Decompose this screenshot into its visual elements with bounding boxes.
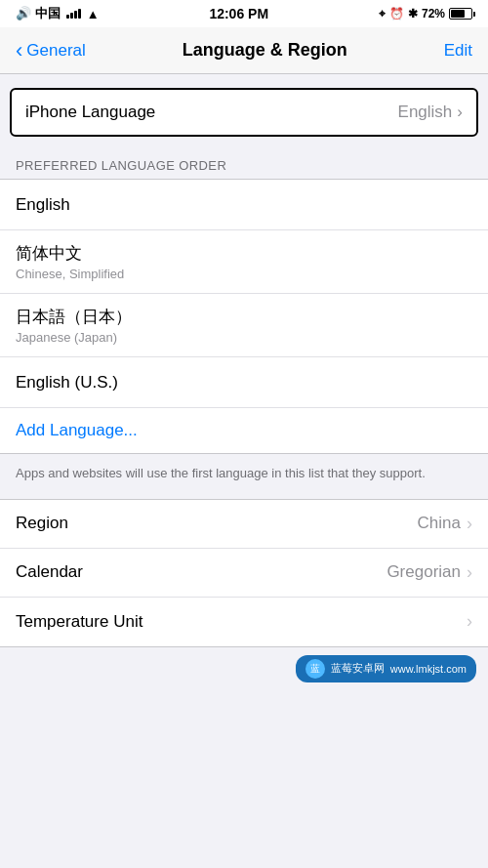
wifi-icon: ▲	[87, 7, 100, 21]
region-settings-section: Region China › Calendar Gregorian › Temp…	[0, 499, 488, 647]
alarm-icon: ⏰	[389, 7, 404, 21]
status-bar: 🔊 中国 ▲ 12:06 PM ⌖ ⏰ ✱ 72%	[0, 0, 488, 27]
add-language-label: Add Language...	[16, 421, 138, 439]
watermark-logo: 蓝	[305, 659, 325, 679]
status-right: ⌖ ⏰ ✱ 72%	[379, 7, 472, 21]
list-item[interactable]: 简体中文 Chinese, Simplified	[0, 230, 488, 294]
list-item[interactable]: English	[0, 180, 488, 230]
chevron-right-icon: ›	[467, 562, 472, 583]
nav-bar: ‹ General Language & Region Edit	[0, 27, 488, 74]
calendar-value: Gregorian ›	[386, 562, 472, 583]
calendar-label: Calendar	[16, 562, 83, 582]
calendar-value-text: Gregorian	[386, 562, 461, 582]
back-button[interactable]: ‹ General	[16, 40, 86, 62]
preferred-language-section: PREFERRED LANGUAGE ORDER English 简体中文 Ch…	[0, 150, 488, 499]
region-value: China ›	[418, 514, 472, 534]
list-item[interactable]: 日本語（日本） Japanese (Japan)	[0, 294, 488, 357]
chevron-right-icon: ›	[457, 103, 463, 122]
language-name: 日本語（日本）	[16, 306, 472, 328]
watermark-url: www.lmkjst.com	[390, 663, 467, 675]
watermark-badge: 蓝 蓝莓安卓网 www.lmkjst.com	[296, 655, 476, 682]
iphone-language-row[interactable]: iPhone Language English ›	[12, 90, 476, 135]
battery-fill	[451, 10, 465, 18]
calendar-row[interactable]: Calendar Gregorian ›	[0, 549, 488, 598]
carrier-text: 🔊 中国	[16, 5, 61, 22]
preferred-language-footer: Apps and websites will use the first lan…	[0, 454, 488, 499]
iphone-language-label: iPhone Language	[25, 103, 155, 122]
chevron-right-icon: ›	[467, 514, 472, 534]
back-label: General	[26, 41, 85, 61]
preferred-language-header: PREFERRED LANGUAGE ORDER	[0, 150, 488, 179]
temperature-row[interactable]: Temperature Unit ›	[0, 598, 488, 646]
location-icon: ⌖	[379, 7, 386, 21]
iphone-language-value-text: English	[398, 103, 453, 122]
back-arrow-icon: ‹	[16, 40, 22, 62]
language-name: English	[16, 195, 472, 215]
region-value-text: China	[418, 514, 461, 533]
language-sub: Japanese (Japan)	[16, 330, 472, 345]
edit-button[interactable]: Edit	[444, 41, 472, 61]
region-settings-list: Region China › Calendar Gregorian › Temp…	[0, 499, 488, 647]
language-name: English (U.S.)	[16, 373, 472, 393]
bluetooth-icon: ✱	[408, 7, 418, 21]
temperature-value: ›	[467, 611, 472, 632]
region-row[interactable]: Region China ›	[0, 500, 488, 549]
signal-bars	[66, 9, 81, 19]
nav-title: Language & Region	[183, 40, 347, 61]
battery-icon	[449, 8, 472, 20]
region-label: Region	[16, 514, 68, 533]
language-sub: Chinese, Simplified	[16, 267, 472, 281]
list-item[interactable]: English (U.S.)	[0, 357, 488, 408]
chevron-right-icon: ›	[467, 611, 472, 632]
iphone-language-value: English ›	[398, 103, 463, 122]
status-left: 🔊 中国 ▲	[16, 5, 100, 22]
battery-percent: 72%	[422, 7, 445, 21]
status-time: 12:06 PM	[209, 6, 268, 21]
iphone-language-card: iPhone Language English ›	[10, 88, 478, 137]
watermark-text: 蓝莓安卓网	[331, 661, 385, 676]
watermark: 蓝 蓝莓安卓网 www.lmkjst.com	[0, 647, 488, 690]
temperature-label: Temperature Unit	[16, 612, 142, 632]
language-list: English 简体中文 Chinese, Simplified 日本語（日本）…	[0, 179, 488, 454]
add-language-row[interactable]: Add Language...	[0, 408, 488, 453]
language-name: 简体中文	[16, 242, 472, 265]
